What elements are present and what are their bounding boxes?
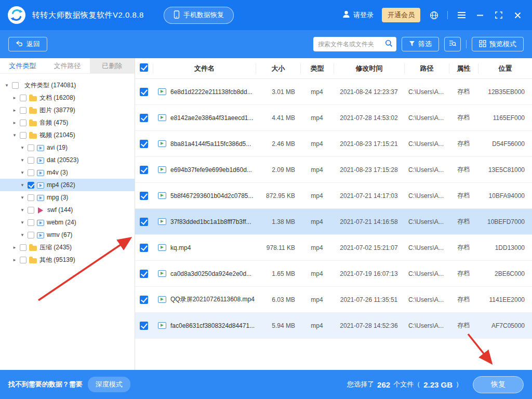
column-header-size[interactable]: 大小	[256, 63, 300, 74]
tree-item[interactable]: ▾ webm (24)	[0, 216, 135, 229]
column-header-attr[interactable]: 属性	[449, 63, 478, 74]
tree-checkbox[interactable]	[20, 119, 26, 126]
expander-icon[interactable]: ▾	[20, 157, 25, 163]
tree-checkbox[interactable]	[28, 169, 34, 176]
row-checkbox[interactable]	[140, 218, 148, 226]
tree-item[interactable]: ▸ 文档 (16208)	[0, 91, 135, 104]
column-header-location[interactable]: 位置	[478, 63, 532, 74]
table-row[interactable]: 37f83dded1bc1a1b8fff7b3ff... 1.38 MB mp4…	[135, 209, 532, 235]
tree-item[interactable]: ▾ 文件类型 (174081)	[0, 79, 135, 91]
expander-icon[interactable]: ▾	[20, 232, 25, 237]
row-checkbox[interactable]	[140, 322, 148, 330]
tree-checkbox[interactable]	[20, 257, 26, 263]
row-checkbox[interactable]	[140, 270, 148, 278]
expander-icon[interactable]: ▾	[20, 207, 25, 212]
tree-item[interactable]: ▾ mp4 (262)	[0, 179, 135, 191]
tree-checkbox[interactable]	[28, 207, 34, 214]
close-button[interactable]	[512, 10, 523, 20]
tree-checkbox[interactable]	[28, 144, 34, 151]
file-modified-time: 2021-07-28 14:52:36	[334, 322, 404, 329]
tree-item[interactable]: ▸ 音频 (475)	[0, 116, 135, 129]
column-header-type[interactable]: 类型	[300, 63, 334, 74]
tree-item[interactable]: ▸ 压缩 (2435)	[0, 241, 135, 254]
tree-item[interactable]: ▸ 其他 (95139)	[0, 254, 135, 266]
tree-checkbox[interactable]	[20, 95, 26, 101]
expander-icon[interactable]: ▸	[12, 245, 17, 250]
preview-mode-button[interactable]: 预览模式	[472, 37, 524, 51]
row-checkbox[interactable]	[140, 192, 148, 200]
row-checkbox[interactable]	[140, 140, 148, 148]
file-attribute: 存档	[449, 87, 478, 96]
tree-checkbox[interactable]	[12, 82, 19, 89]
tree-item[interactable]: ▾ m4v (3)	[0, 166, 135, 179]
tab-file-type[interactable]: 文件类型	[0, 58, 45, 73]
expander-icon[interactable]: ▸	[12, 108, 17, 113]
tree-item-label: 文件类型 (174081)	[24, 81, 76, 90]
column-header-path[interactable]: 路径	[404, 63, 449, 74]
minimize-button[interactable]	[475, 10, 485, 20]
menu-button[interactable]	[456, 10, 467, 20]
row-checkbox[interactable]	[140, 88, 148, 96]
tree-item[interactable]: ▾ swf (144)	[0, 204, 135, 216]
file-location: 1141EE2000	[478, 296, 532, 303]
tree-item[interactable]: ▸ 图片 (38779)	[0, 104, 135, 116]
expander-icon[interactable]: ▸	[12, 120, 17, 125]
deep-mode-button[interactable]: 深度模式	[88, 377, 130, 392]
advanced-search-button[interactable]	[444, 37, 461, 51]
tree-checkbox[interactable]	[28, 194, 34, 201]
phone-recovery-button[interactable]: 手机数据恢复	[164, 7, 234, 24]
search-input[interactable]	[317, 40, 383, 48]
back-button[interactable]: 返回	[8, 37, 47, 51]
filter-button[interactable]: 筛选	[402, 37, 439, 51]
row-checkbox[interactable]	[140, 296, 148, 304]
file-type-tree: ▾ 文件类型 (174081) ▸ 文档 (16208) ▸ 图片 (38779…	[0, 74, 135, 370]
search-icon[interactable]	[385, 39, 393, 49]
table-row[interactable]: 6e8d1d2222e211138fcb8dd... 3.01 MB mp4 2…	[135, 79, 532, 105]
recover-button[interactable]: 恢复	[473, 376, 524, 393]
expander-icon[interactable]: ▾	[20, 195, 25, 200]
tree-item[interactable]: ▾ dat (20523)	[0, 154, 135, 166]
file-modified-time: 2021-07-26 11:35:51	[334, 296, 404, 303]
expander-icon[interactable]: ▸	[12, 95, 17, 100]
tree-checkbox[interactable]	[20, 244, 26, 251]
expander-icon[interactable]: ▾	[20, 145, 25, 150]
table-row[interactable]: QQ录屏20210726113608.mp4 6.03 MB mp4 2021-…	[135, 287, 532, 313]
table-row[interactable]: e694b37fefe9e699eb1d60d... 2.09 MB mp4 2…	[135, 157, 532, 183]
table-row[interactable]: 5b8f467293601b04d2c0785... 872.95 KB mp4…	[135, 183, 532, 209]
row-checkbox[interactable]	[140, 244, 148, 252]
expander-icon[interactable]: ▾	[20, 170, 25, 175]
tree-item[interactable]: ▾ 视频 (21045)	[0, 129, 135, 141]
table-row[interactable]: e8142ae2e386a4f31aeecd1... 4.41 MB mp4 2…	[135, 105, 532, 131]
table-row[interactable]: kq.mp4 978.11 KB mp4 2021-07-02 15:21:07…	[135, 235, 532, 261]
row-checkbox[interactable]	[140, 166, 148, 174]
expander-icon[interactable]: ▾	[4, 83, 9, 88]
table-row[interactable]: 8ba81a4144f5a115fc386d5... 2.46 MB mp4 2…	[135, 131, 532, 157]
tab-file-path[interactable]: 文件路径	[45, 58, 89, 73]
tree-checkbox[interactable]	[20, 107, 26, 114]
tree-checkbox[interactable]	[28, 232, 34, 238]
globe-icon[interactable]	[429, 10, 439, 20]
footer-bar: 找不到需要的数据？需要 深度模式 您选择了 262 个文件（ 2.23 GB ）…	[0, 370, 532, 399]
tree-checkbox[interactable]	[28, 157, 34, 164]
login-button[interactable]: 请登录	[342, 10, 374, 20]
expander-icon[interactable]: ▸	[12, 257, 17, 262]
expander-icon[interactable]: ▾	[20, 182, 25, 188]
column-header-filename[interactable]: 文件名	[153, 63, 256, 74]
select-all-checkbox[interactable]	[140, 63, 148, 72]
maximize-button[interactable]	[494, 10, 504, 20]
vip-button[interactable]: 开通会员	[382, 8, 420, 22]
expander-icon[interactable]: ▾	[12, 132, 17, 138]
tree-item[interactable]: ▾ wmv (67)	[0, 229, 135, 241]
expander-icon[interactable]: ▾	[20, 220, 25, 225]
tree-item[interactable]: ▾ mpg (3)	[0, 191, 135, 204]
tree-checkbox[interactable]	[28, 182, 34, 189]
tree-item[interactable]: ▾ avi (19)	[0, 141, 135, 154]
tree-checkbox[interactable]	[28, 219, 34, 226]
table-row[interactable]: ca0d8a3d0250da924e2e0d... 1.65 MB mp4 20…	[135, 261, 532, 287]
tree-item-icon	[37, 145, 44, 151]
tree-checkbox[interactable]	[20, 132, 26, 139]
row-checkbox[interactable]	[140, 114, 148, 122]
tab-deleted[interactable]: 已删除	[90, 58, 135, 73]
column-header-mtime[interactable]: 修改时间	[334, 63, 404, 74]
table-row[interactable]: fac0e8631cf3808324d84471... 5.94 MB mp4 …	[135, 313, 532, 339]
